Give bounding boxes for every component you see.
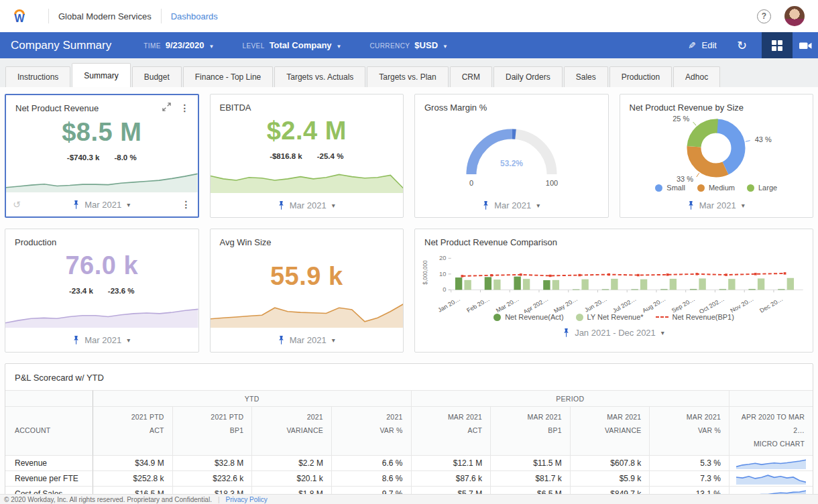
table-cell: 8.6 %: [331, 470, 411, 486]
time-filter[interactable]: TIME 9/23/2020 ▼: [143, 40, 214, 50]
table-row-account[interactable]: Revenue per FTE: [5, 470, 93, 486]
svg-text:Jan 20…: Jan 20…: [436, 296, 461, 313]
card-title: EBITDA: [211, 94, 404, 113]
table-cell: $2.2 M: [251, 455, 331, 470]
pnl-table: YTDPERIODACCOUNT2021 PTDACT2021 PTDBP120…: [5, 390, 813, 504]
page-title: Company Summary: [11, 39, 111, 52]
pin-icon: [688, 200, 694, 210]
column-header[interactable]: 2021VAR %: [331, 406, 411, 455]
card-avg-win-size[interactable]: Avg Win Size 55.9 k Mar 2021 ▾: [210, 229, 404, 353]
period-selector[interactable]: Mar 2021 ▾: [688, 200, 745, 210]
table-cell: $32.8 M: [172, 455, 252, 470]
micro-chart: [729, 470, 813, 486]
dashboards-link[interactable]: Dashboards: [171, 11, 218, 21]
column-header[interactable]: APR 2020 TO MAR 2…MICRO CHART: [729, 406, 813, 455]
copyright-text: © 2020 Workday, Inc. All rights reserved…: [4, 496, 212, 503]
card-production[interactable]: Production 76.0 k -23.4 k-23.6 % Mar 202…: [5, 229, 199, 353]
tab-sales[interactable]: Sales: [564, 66, 608, 87]
period-selector[interactable]: Mar 2021 ▾: [278, 335, 335, 345]
card-title: Net Product Revenue by Size: [620, 94, 813, 113]
chevron-down-icon: ▼: [443, 44, 448, 50]
table-cell: $252.8 k: [93, 470, 172, 486]
tab-daily-orders[interactable]: Daily Orders: [493, 66, 563, 87]
privacy-policy-link[interactable]: Privacy Policy: [226, 496, 268, 503]
legend-item-net-revenue-act-: Net Revenue(Act): [493, 313, 563, 321]
card-net-product-revenue[interactable]: Net Product Revenue ⋮ $8.5 M -$740.3 k -…: [5, 94, 199, 218]
pencil-icon: ✎: [688, 40, 696, 51]
sparkline-chart: [211, 297, 404, 328]
sparkline-chart: [6, 168, 198, 192]
column-header[interactable]: 2021 PTDACT: [93, 406, 172, 455]
refresh-button[interactable]: ↻: [737, 40, 747, 52]
column-header-account[interactable]: ACCOUNT: [5, 406, 93, 455]
svg-text:Jul 202…: Jul 202…: [611, 296, 638, 313]
period-selector[interactable]: Mar 2021 ▾: [483, 200, 540, 210]
divider: [161, 9, 162, 23]
avatar[interactable]: [784, 6, 805, 26]
svg-text:33 %: 33 %: [677, 175, 693, 183]
column-header[interactable]: MAR 2021VAR %: [649, 406, 729, 455]
history-icon[interactable]: ↺: [13, 199, 21, 210]
edit-button[interactable]: ✎ Edit: [688, 40, 717, 51]
kebab-menu-icon[interactable]: ⋮: [180, 103, 190, 113]
table-row-account[interactable]: Revenue: [5, 455, 93, 470]
column-header[interactable]: MAR 2021BP1: [490, 406, 570, 455]
table-cell: $12.1 M: [411, 455, 491, 470]
table-cell: $11.5 M: [490, 455, 570, 470]
card-gross-margin[interactable]: Gross Margin % 53.2%0100 Mar 2021 ▾: [414, 94, 609, 218]
group-header-empty: [5, 390, 93, 406]
svg-text:Nov 20…: Nov 20…: [729, 296, 754, 313]
card-title: Avg Win Size: [211, 229, 404, 247]
legend-item-large: Large: [747, 184, 777, 192]
card-ebitda[interactable]: EBITDA $2.4 M -$816.8 k-25.4 % Mar 2021 …: [210, 94, 404, 218]
column-header[interactable]: MAR 2021VARIANCE: [570, 406, 650, 455]
svg-text:Apr 202…: Apr 202…: [522, 296, 549, 313]
table-cell: $81.7 k: [490, 470, 570, 486]
dashboard-content: Net Product Revenue ⋮ $8.5 M -$740.3 k -…: [0, 87, 818, 504]
grid-view-button[interactable]: [762, 32, 793, 58]
kpi-value: 76.0 k: [5, 251, 198, 280]
tab-adhoc[interactable]: Adhoc: [673, 66, 720, 87]
legend-dot-icon: [747, 184, 754, 192]
tab-summary[interactable]: Summary: [72, 63, 130, 87]
card-title: Gross Margin %: [415, 94, 608, 113]
tab-crm[interactable]: CRM: [450, 66, 492, 87]
currency-filter[interactable]: CURRENCY $USD ▼: [369, 40, 447, 50]
workday-logo-icon[interactable]: W: [9, 9, 30, 23]
expand-icon[interactable]: [162, 102, 171, 114]
legend-item-net-revenue-bp1-: Net Revenue(BP1): [656, 313, 734, 321]
period-selector[interactable]: Mar 2021 ▾: [278, 200, 335, 210]
tab-finance-top-line[interactable]: Finance - Top Line: [183, 66, 274, 87]
tab-production[interactable]: Production: [609, 66, 672, 87]
tab-targets-vs-plan[interactable]: Targets vs. Plan: [367, 66, 448, 87]
card-title: Net Product Revenue: [6, 95, 99, 113]
tab-targets-vs-actuals[interactable]: Targets vs. Actuals: [274, 66, 365, 87]
column-header[interactable]: 2021 PTDBP1: [172, 406, 252, 455]
card-revenue-comparison[interactable]: Net Product Revenue Comparison 01020$,00…: [414, 229, 813, 353]
svg-text:Mar 20…: Mar 20…: [495, 296, 520, 313]
card-title: Net Product Revenue Comparison: [415, 229, 813, 247]
group-header-empty: [729, 390, 813, 406]
grid-icon: [772, 40, 782, 51]
tab-budget[interactable]: Budget: [132, 66, 182, 87]
legend-item-small: Small: [655, 184, 685, 192]
period-selector[interactable]: Mar 2021 ▾: [73, 200, 130, 210]
help-icon[interactable]: ?: [757, 9, 771, 23]
divider: [48, 9, 49, 23]
legend-dot-icon: [655, 184, 662, 192]
group-header-ytd: YTD: [93, 390, 411, 406]
chevron-down-icon: ▼: [337, 44, 342, 50]
tab-instructions[interactable]: Instructions: [5, 66, 70, 87]
period-selector[interactable]: Mar 2021 ▾: [73, 335, 130, 345]
pin-icon: [278, 335, 284, 345]
period-selector[interactable]: Jan 2021 - Dec 2021 ▾: [563, 328, 664, 338]
svg-text:25 %: 25 %: [673, 115, 689, 123]
media-button[interactable]: [793, 32, 818, 58]
chevron-down-icon: ▾: [127, 336, 130, 344]
kebab-menu-icon[interactable]: ⋮: [182, 200, 191, 209]
svg-text:43 %: 43 %: [755, 135, 772, 143]
column-header[interactable]: 2021VARIANCE: [251, 406, 331, 455]
level-filter[interactable]: LEVEL Total Company ▼: [242, 40, 341, 50]
column-header[interactable]: MAR 2021ACT: [411, 406, 491, 455]
card-revenue-by-size[interactable]: Net Product Revenue by Size 43 %33 %25 %…: [620, 94, 814, 218]
